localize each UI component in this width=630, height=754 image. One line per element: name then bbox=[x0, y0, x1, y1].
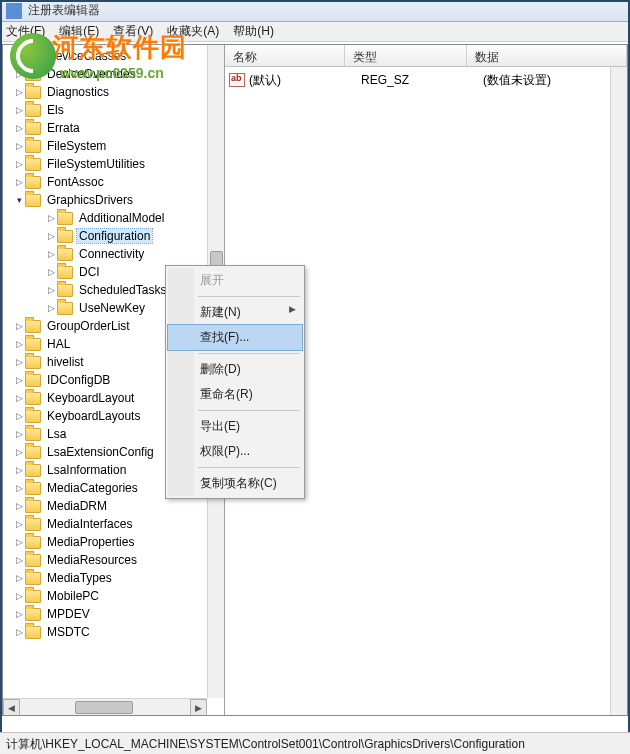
tree-item-label[interactable]: MediaTypes bbox=[45, 571, 114, 585]
tree-item[interactable]: MSDTC bbox=[3, 623, 224, 641]
tree-item[interactable]: MediaResources bbox=[3, 551, 224, 569]
tree-item[interactable]: Errata bbox=[3, 119, 224, 137]
tree-item-label[interactable]: Errata bbox=[45, 121, 82, 135]
expand-icon[interactable] bbox=[45, 230, 57, 242]
tree-item[interactable]: FontAssoc bbox=[3, 173, 224, 191]
tree-item[interactable]: MediaTypes bbox=[3, 569, 224, 587]
tree-item-label[interactable]: Lsa bbox=[45, 427, 68, 441]
menu-favorites[interactable]: 收藏夹(A) bbox=[167, 23, 219, 40]
tree-item[interactable]: Connectivity bbox=[3, 245, 224, 263]
expand-icon[interactable] bbox=[45, 284, 57, 296]
tree-item-label[interactable]: UseNewKey bbox=[77, 301, 147, 315]
expand-icon[interactable] bbox=[13, 356, 25, 368]
tree-item-label[interactable]: Configuration bbox=[77, 229, 152, 243]
tree-item-label[interactable]: hivelist bbox=[45, 355, 86, 369]
col-type[interactable]: 类型 bbox=[345, 45, 467, 66]
tree-item[interactable]: FileSystemUtilities bbox=[3, 155, 224, 173]
tree-item-label[interactable]: LsaInformation bbox=[45, 463, 128, 477]
tree-item-label[interactable]: HAL bbox=[45, 337, 72, 351]
menu-edit[interactable]: 编辑(E) bbox=[59, 23, 99, 40]
scroll-left-icon[interactable]: ◀ bbox=[3, 699, 20, 715]
tree-item-label[interactable]: FontAssoc bbox=[45, 175, 106, 189]
menu-view[interactable]: 查看(V) bbox=[113, 23, 153, 40]
expand-icon[interactable] bbox=[13, 320, 25, 332]
scrollbar-thumb[interactable] bbox=[75, 701, 133, 714]
tree-item-label[interactable]: MediaInterfaces bbox=[45, 517, 134, 531]
tree-item[interactable]: Diagnostics bbox=[3, 83, 224, 101]
tree-item[interactable]: MediaDRM bbox=[3, 497, 224, 515]
expand-icon[interactable] bbox=[13, 518, 25, 530]
tree-item-label[interactable]: MobilePC bbox=[45, 589, 101, 603]
tree-item-label[interactable]: GroupOrderList bbox=[45, 319, 132, 333]
expand-icon[interactable] bbox=[13, 86, 25, 98]
expand-icon[interactable] bbox=[45, 212, 57, 224]
tree-item[interactable]: AdditionalModel bbox=[3, 209, 224, 227]
expand-icon[interactable] bbox=[13, 392, 25, 404]
ctx-find[interactable]: 查找(F)... bbox=[168, 325, 302, 350]
tree-item-label[interactable]: KeyboardLayouts bbox=[45, 409, 142, 423]
tree-item-label[interactable]: FileSystemUtilities bbox=[45, 157, 147, 171]
list-item[interactable]: (默认) REG_SZ (数值未设置) bbox=[225, 71, 627, 89]
tree-item[interactable]: MediaProperties bbox=[3, 533, 224, 551]
tree-item-label[interactable]: DeviceOverrides bbox=[45, 67, 138, 81]
ctx-new[interactable]: 新建(N) bbox=[168, 300, 302, 325]
tree-item-label[interactable]: MSDTC bbox=[45, 625, 92, 639]
expand-icon[interactable] bbox=[13, 122, 25, 134]
expand-icon[interactable] bbox=[13, 428, 25, 440]
ctx-permissions[interactable]: 权限(P)... bbox=[168, 439, 302, 464]
expand-icon[interactable] bbox=[13, 374, 25, 386]
ctx-rename[interactable]: 重命名(R) bbox=[168, 382, 302, 407]
expand-icon[interactable] bbox=[13, 140, 25, 152]
tree-item[interactable]: MPDEV bbox=[3, 605, 224, 623]
expand-icon[interactable] bbox=[13, 500, 25, 512]
tree-item-label[interactable]: Diagnostics bbox=[45, 85, 111, 99]
expand-icon[interactable] bbox=[45, 266, 57, 278]
tree-item-label[interactable]: Els bbox=[45, 103, 66, 117]
col-data[interactable]: 数据 bbox=[467, 45, 627, 66]
expand-icon[interactable] bbox=[45, 248, 57, 260]
expand-icon[interactable] bbox=[13, 158, 25, 170]
expand-icon[interactable] bbox=[13, 50, 25, 62]
expand-icon[interactable] bbox=[13, 194, 25, 206]
tree-item-label[interactable]: KeyboardLayout bbox=[45, 391, 136, 405]
tree-item-label[interactable]: LsaExtensionConfig bbox=[45, 445, 156, 459]
tree-item[interactable]: MobilePC bbox=[3, 587, 224, 605]
ctx-delete[interactable]: 删除(D) bbox=[168, 357, 302, 382]
expand-icon[interactable] bbox=[13, 410, 25, 422]
tree-item-label[interactable]: MediaProperties bbox=[45, 535, 136, 549]
tree-item[interactable]: Els bbox=[3, 101, 224, 119]
tree-item[interactable]: DeviceClasses bbox=[3, 47, 224, 65]
scroll-right-icon[interactable]: ▶ bbox=[190, 699, 207, 715]
tree-hscroll[interactable]: ◀ ▶ bbox=[3, 698, 207, 715]
expand-icon[interactable] bbox=[13, 464, 25, 476]
tree-item-label[interactable]: GraphicsDrivers bbox=[45, 193, 135, 207]
expand-icon[interactable] bbox=[13, 572, 25, 584]
tree-item-label[interactable]: DCI bbox=[77, 265, 102, 279]
col-name[interactable]: 名称 bbox=[225, 45, 345, 66]
tree-item-label[interactable]: AdditionalModel bbox=[77, 211, 166, 225]
tree-item[interactable]: Configuration bbox=[3, 227, 224, 245]
expand-icon[interactable] bbox=[13, 608, 25, 620]
expand-icon[interactable] bbox=[13, 482, 25, 494]
tree-item-label[interactable]: Connectivity bbox=[77, 247, 146, 261]
menu-file[interactable]: 文件(F) bbox=[6, 23, 45, 40]
expand-icon[interactable] bbox=[13, 554, 25, 566]
expand-icon[interactable] bbox=[13, 104, 25, 116]
list-vscroll[interactable] bbox=[610, 67, 627, 715]
ctx-export[interactable]: 导出(E) bbox=[168, 414, 302, 439]
tree-item-label[interactable]: MediaCategories bbox=[45, 481, 140, 495]
tree-item-label[interactable]: MPDEV bbox=[45, 607, 92, 621]
expand-icon[interactable] bbox=[45, 302, 57, 314]
tree-item-label[interactable]: FileSystem bbox=[45, 139, 108, 153]
expand-icon[interactable] bbox=[13, 446, 25, 458]
expand-icon[interactable] bbox=[13, 626, 25, 638]
tree-item[interactable]: MediaInterfaces bbox=[3, 515, 224, 533]
expand-icon[interactable] bbox=[13, 536, 25, 548]
tree-item-label[interactable]: MediaDRM bbox=[45, 499, 109, 513]
tree-item-label[interactable]: ScheduledTasks bbox=[77, 283, 168, 297]
tree-item-label[interactable]: IDConfigDB bbox=[45, 373, 112, 387]
menu-help[interactable]: 帮助(H) bbox=[233, 23, 274, 40]
expand-icon[interactable] bbox=[13, 68, 25, 80]
expand-icon[interactable] bbox=[13, 590, 25, 602]
tree-item-label[interactable]: DeviceClasses bbox=[45, 49, 128, 63]
